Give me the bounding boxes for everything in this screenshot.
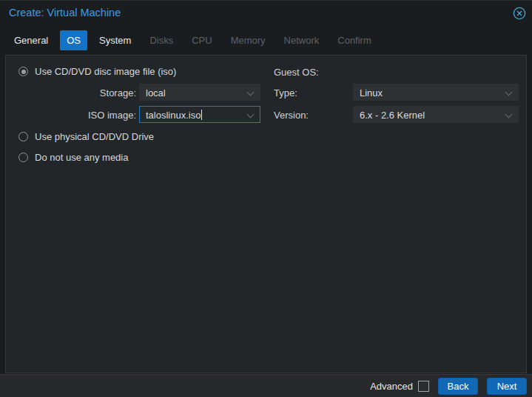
radio-physical-drive-label: Use physical CD/DVD Drive: [35, 131, 154, 142]
tab-disks: Disks: [143, 30, 180, 50]
tab-os[interactable]: OS: [60, 30, 87, 50]
wizard-tabs: General OS System Disks CPU Memory Netwo…: [7, 30, 378, 50]
version-value: 6.x - 2.6 Kernel: [360, 110, 425, 121]
iso-image-combo[interactable]: taloslinux.iso: [139, 106, 260, 123]
chevron-down-icon[interactable]: [247, 111, 255, 119]
guest-os-heading: Guest OS:: [274, 67, 319, 78]
version-label: Version:: [274, 110, 309, 121]
tab-general[interactable]: General: [7, 30, 55, 50]
tab-network: Network: [277, 30, 326, 50]
type-value: Linux: [360, 87, 383, 99]
radio-icon[interactable]: [18, 132, 28, 141]
chevron-down-icon[interactable]: [505, 111, 513, 119]
chevron-down-icon[interactable]: [247, 89, 255, 96]
tab-memory: Memory: [224, 30, 272, 50]
tab-confirm: Confirm: [331, 30, 378, 50]
storage-label: Storage:: [59, 87, 136, 99]
advanced-checkbox[interactable]: [418, 381, 429, 392]
radio-icon[interactable]: [18, 153, 28, 162]
tab-cpu: CPU: [185, 30, 218, 50]
dialog-title: Create: Virtual Machine: [9, 7, 121, 19]
radio-use-iso[interactable]: Use CD/DVD disc image file (iso): [18, 66, 176, 77]
text-caret: [201, 110, 202, 120]
radio-physical-drive[interactable]: Use physical CD/DVD Drive: [18, 131, 154, 142]
create-vm-dialog: Create: Virtual Machine General OS Syste…: [0, 0, 532, 397]
radio-no-media-label: Do not use any media: [35, 152, 128, 163]
version-select[interactable]: 6.x - 2.6 Kernel: [353, 106, 519, 123]
type-select[interactable]: Linux: [353, 84, 519, 101]
dialog-footer: Advanced Back Next: [0, 374, 532, 397]
iso-image-value: taloslinux.iso: [146, 110, 201, 121]
type-label: Type:: [274, 87, 297, 99]
advanced-toggle[interactable]: Advanced: [370, 381, 429, 392]
tab-system[interactable]: System: [92, 30, 138, 50]
close-icon[interactable]: [513, 7, 526, 20]
radio-icon[interactable]: [18, 67, 28, 76]
radio-use-iso-label: Use CD/DVD disc image file (iso): [35, 66, 176, 77]
iso-image-label: ISO image:: [59, 110, 136, 121]
storage-select[interactable]: local: [139, 84, 260, 101]
os-tab-panel: [5, 55, 527, 373]
advanced-label: Advanced: [370, 381, 413, 392]
storage-value: local: [146, 87, 166, 99]
back-button[interactable]: Back: [438, 378, 478, 395]
next-button[interactable]: Next: [487, 378, 527, 395]
chevron-down-icon[interactable]: [505, 89, 513, 96]
radio-no-media[interactable]: Do not use any media: [18, 152, 128, 163]
